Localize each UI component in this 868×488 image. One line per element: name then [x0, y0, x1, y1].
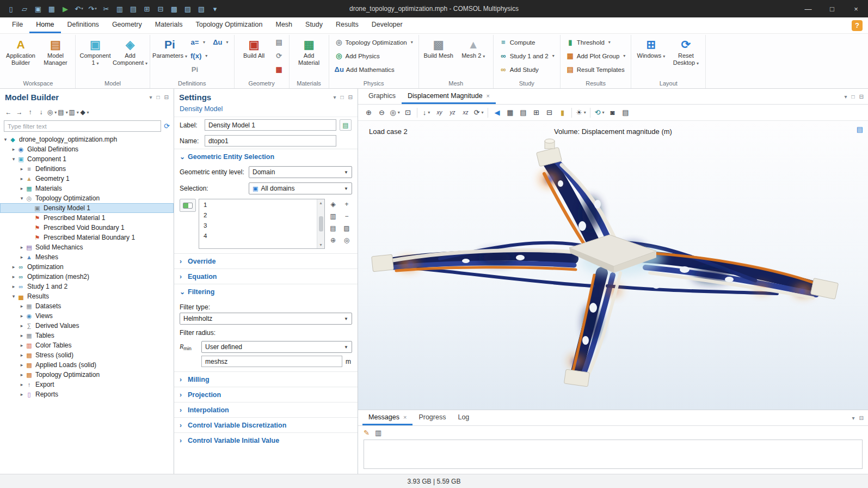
section-geometric-entity-selection[interactable]: ⌄ Geometric Entity Selection	[174, 149, 358, 164]
create-selection-button[interactable]: ⊕	[328, 235, 338, 245]
section-control-variable-discretization[interactable]: ›Control Variable Discretization	[174, 417, 358, 432]
selection-select[interactable]: ▣ All domains ▼	[249, 182, 352, 194]
customize-toolbar-icon[interactable]: ▾	[208, 2, 221, 15]
tree-item-views[interactable]: ▸◉Views	[0, 311, 174, 321]
tree-item-drone-topology-optimization-mph[interactable]: ▾◆drone_topology_optimization.mph	[0, 135, 174, 144]
label-input[interactable]	[205, 119, 336, 131]
tree-item-solid-mechanics[interactable]: ▸▤Solid Mechanics	[0, 242, 174, 252]
expand-node-icon[interactable]: ▸	[10, 274, 17, 279]
tree-item-topology-optimization[interactable]: ▾◎Topology Optimization	[0, 193, 174, 203]
invert-selection-button[interactable]: ▨	[341, 223, 352, 233]
collapse-panel-icon[interactable]: ▾	[150, 94, 152, 100]
collapse-panel-icon[interactable]: ▾	[852, 415, 855, 421]
expand-node-icon[interactable]: ▸	[19, 303, 25, 309]
update-geometry-button[interactable]: ⟳	[272, 49, 286, 63]
copy-messages-button[interactable]: ▥	[375, 429, 381, 437]
expand-collapse-button[interactable]: ▥▾	[69, 107, 79, 118]
open-file-icon[interactable]: ▱	[18, 2, 31, 15]
save-icon[interactable]: ▣	[32, 2, 45, 15]
menu-mesh[interactable]: Mesh	[269, 17, 299, 33]
mesh-2-button[interactable]: ▲Mesh 2▾	[457, 35, 490, 62]
clear-messages-button[interactable]: ✎	[364, 429, 370, 437]
model-manager-button[interactable]: ▤Model Manager	[39, 35, 72, 68]
delete-node-icon[interactable]: ⊟	[154, 2, 167, 15]
messages-tab-progress[interactable]: Progress	[413, 410, 452, 425]
tree-item-prescribed-void-boundary-1[interactable]: ⚑Prescribed Void Boundary 1	[0, 223, 174, 233]
show-options-button[interactable]: ◎▾	[47, 107, 57, 118]
go-forward-button[interactable]: →	[14, 107, 24, 118]
generate-report-1-icon[interactable]: ▩	[168, 2, 181, 15]
show-legend-button[interactable]: ▤	[517, 107, 530, 119]
expand-node-icon[interactable]: ▸	[19, 176, 25, 181]
expand-node-icon[interactable]: ▸	[19, 362, 25, 368]
menu-geometry[interactable]: Geometry	[106, 17, 149, 33]
add-physics-button[interactable]: ◎Add Physics	[332, 49, 416, 63]
tree-item-applied-loads-solid[interactable]: ▸▩Applied Loads (solid)	[0, 360, 174, 370]
menu-developer[interactable]: Developer	[365, 17, 409, 33]
collapse-node-icon[interactable]: ▾	[19, 196, 25, 201]
new-file-icon[interactable]: ▯	[4, 2, 17, 15]
tree-item-stress-solid[interactable]: ▸▩Stress (solid)	[0, 350, 174, 360]
menu-results[interactable]: Results	[329, 17, 365, 33]
maximize-button[interactable]: □	[820, 0, 844, 17]
scene-light-button[interactable]: ☀▾	[575, 107, 587, 119]
section-control-variable-initial-value[interactable]: ›Control Variable Initial Value	[174, 432, 358, 448]
domain-row[interactable]: 4	[199, 231, 317, 241]
collapse-panel-icon[interactable]: ▾	[334, 94, 336, 100]
undo-icon[interactable]: ↶▾	[72, 2, 85, 15]
parameters-button[interactable]: PiParameters▾	[153, 35, 187, 62]
expand-node-icon[interactable]: ▸	[19, 313, 25, 319]
section-override[interactable]: ›Override	[174, 253, 358, 269]
copy-icon[interactable]: ▥	[113, 2, 126, 15]
messages-tab-messages[interactable]: Messages×	[362, 410, 413, 425]
collapse-node-icon[interactable]: ▾	[10, 156, 17, 162]
tree-item-datasets[interactable]: ▸▦Datasets	[0, 301, 174, 311]
tree-item-study-1-and-2[interactable]: ▸∞Study 1 and 2	[0, 282, 174, 291]
expand-node-icon[interactable]: ▸	[19, 333, 25, 338]
menu-definitions[interactable]: Definitions	[61, 17, 106, 33]
move-up-button[interactable]: ↑	[25, 107, 35, 118]
float-panel-icon[interactable]: □	[341, 94, 344, 100]
reset-desktop-button[interactable]: ⟳Reset Desktop▾	[669, 35, 703, 69]
show-axes-button[interactable]: ⊟	[543, 107, 556, 119]
collapse-node-icon[interactable]: ▾	[2, 137, 9, 142]
build-mesh-button[interactable]: ▩Build Mesh	[422, 35, 455, 61]
rmin-select[interactable]: User defined ▼	[201, 341, 352, 353]
tree-item-definitions[interactable]: ▸≡Definitions	[0, 164, 174, 174]
expand-node-icon[interactable]: ▸	[10, 264, 17, 270]
cut-icon[interactable]: ✂	[100, 2, 113, 15]
menu-file[interactable]: File	[5, 17, 29, 33]
tree-filter-button[interactable]: ◆▾	[79, 107, 90, 118]
tree-item-export[interactable]: ▸↑Export	[0, 380, 174, 389]
menu-topology-optimization[interactable]: Topology Optimization	[189, 17, 269, 33]
collapse-panel-icon[interactable]: ▾	[845, 94, 847, 100]
section-equation[interactable]: ›Equation	[174, 269, 358, 284]
zoom-extents-button[interactable]: ◎▾	[389, 107, 401, 119]
tree-item-optimization[interactable]: ▸∞Optimization	[0, 262, 174, 272]
play-sound-button[interactable]: ◀	[491, 107, 503, 119]
messages-tab-log[interactable]: Log	[452, 410, 475, 425]
tree-item-geometry-1[interactable]: ▸▲Geometry 1	[0, 174, 174, 184]
generate-report-2-icon[interactable]: ▨	[181, 2, 194, 15]
messages-output-box[interactable]	[364, 440, 863, 469]
activate-selection-button[interactable]: ◈	[328, 199, 338, 209]
tree-item-optimization-mesh2[interactable]: ▸∞Optimization (mesh2)	[0, 272, 174, 282]
show-grid-button[interactable]: ▦	[504, 107, 516, 119]
zoom-out-button[interactable]: ⊖	[375, 107, 388, 119]
operators-button[interactable]: Δu▾	[210, 35, 231, 49]
expand-node-icon[interactable]: ▸	[19, 352, 25, 358]
study-1-and-2-button[interactable]: ∞Study 1 and 2▾	[496, 49, 557, 63]
section-milling[interactable]: ›Milling	[174, 371, 358, 387]
scroll-down-icon[interactable]: ▾	[319, 242, 322, 247]
threshold-button[interactable]: ▮Threshold▾	[563, 35, 629, 49]
image-snapshot-button[interactable]: ◙	[606, 107, 619, 119]
expand-node-icon[interactable]: ▸	[10, 284, 17, 289]
color-legend-icon[interactable]: ▤	[855, 124, 865, 134]
tree-item-prescribed-material-boundary-1[interactable]: ⚑Prescribed Material Boundary 1	[0, 233, 174, 242]
application-builder-button[interactable]: AApplication Builder	[4, 35, 38, 68]
tree-item-derived-values[interactable]: ▸∑Derived Values	[0, 321, 174, 331]
expand-node-icon[interactable]: ▸	[19, 166, 25, 172]
compute-button[interactable]: ≡Compute	[496, 35, 557, 49]
expand-node-icon[interactable]: ▸	[19, 392, 25, 397]
float-panel-icon[interactable]: □	[157, 94, 160, 100]
